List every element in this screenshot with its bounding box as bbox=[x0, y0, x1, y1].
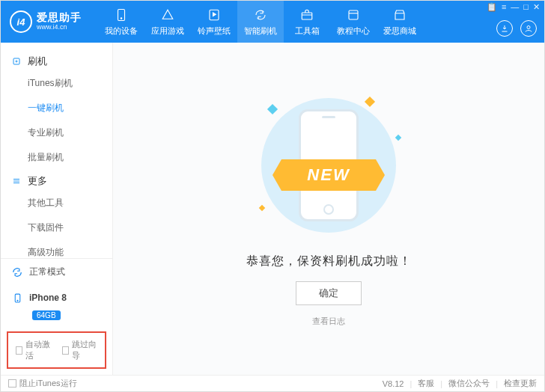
svg-rect-4 bbox=[349, 10, 358, 19]
topnav-label: 铃声壁纸 bbox=[198, 25, 231, 37]
block-itunes-checkbox[interactable]: 阻止iTunes运行 bbox=[8, 378, 77, 389]
device-row[interactable]: iPhone 8 bbox=[1, 285, 112, 310]
mode-label: 正常模式 bbox=[29, 266, 65, 278]
update-link[interactable]: 检查更新 bbox=[504, 378, 537, 389]
checkbox-icon bbox=[16, 346, 22, 355]
window-control[interactable]: — bbox=[511, 2, 519, 12]
sidebar-group[interactable]: 刷机 bbox=[1, 52, 112, 71]
topnav-refresh[interactable]: 智能刷机 bbox=[237, 1, 284, 43]
book-icon bbox=[346, 7, 361, 22]
menu-icon bbox=[11, 176, 22, 186]
svg-point-1 bbox=[121, 17, 122, 19]
toolbox-icon bbox=[299, 7, 314, 22]
svg-point-8 bbox=[16, 300, 17, 301]
topnav-apps[interactable]: 应用游戏 bbox=[144, 1, 191, 43]
view-log-link[interactable]: 查看日志 bbox=[312, 316, 345, 327]
window-control[interactable]: 📋 bbox=[487, 2, 497, 12]
account-buttons bbox=[496, 20, 537, 37]
sidebar-bottom: 正常模式 iPhone 8 64GB 自动激活跳过向导 bbox=[1, 258, 112, 375]
sidebar-item[interactable]: iTunes刷机 bbox=[1, 71, 112, 96]
sidebar-item[interactable]: 批量刷机 bbox=[1, 145, 112, 170]
success-message: 恭喜您，保资料刷机成功啦！ bbox=[246, 254, 412, 269]
plus-icon bbox=[11, 56, 22, 67]
sidebar-item[interactable]: 专业刷机 bbox=[1, 120, 112, 145]
titlebar: i4 爱思助手 www.i4.cn 我的设备应用游戏铃声壁纸智能刷机工具箱教程中… bbox=[1, 1, 544, 43]
svg-rect-3 bbox=[302, 13, 312, 19]
statusbar: 阻止iTunes运行 V8.12 | 客服 | 微信公众号 | 检查更新 bbox=[1, 375, 544, 391]
phone-icon bbox=[114, 7, 129, 22]
block-itunes-label: 阻止iTunes运行 bbox=[19, 378, 77, 389]
main-panel: NEW 恭喜您，保资料刷机成功啦！ 确定 查看日志 bbox=[113, 43, 544, 375]
apps-icon bbox=[160, 7, 175, 22]
app-brand: 爱思助手 bbox=[37, 12, 82, 23]
group-title: 更多 bbox=[28, 174, 47, 188]
top-nav: 我的设备应用游戏铃声壁纸智能刷机工具箱教程中心爱思商城 bbox=[98, 1, 423, 43]
window-control[interactable]: ≡ bbox=[502, 2, 506, 12]
topnav-store[interactable]: 爱思商城 bbox=[377, 1, 423, 43]
group-title: 刷机 bbox=[28, 55, 47, 68]
topnav-label: 爱思商城 bbox=[383, 25, 416, 37]
sidebar-item[interactable]: 下载固件 bbox=[1, 215, 112, 240]
checkbox-icon bbox=[62, 346, 69, 355]
success-illustration: NEW bbox=[246, 91, 411, 240]
phone-icon bbox=[11, 292, 23, 304]
topnav-toolbox[interactable]: 工具箱 bbox=[284, 1, 330, 43]
checkbox-label: 跳过向导 bbox=[72, 339, 97, 361]
option-checkbox[interactable]: 自动激活 bbox=[16, 339, 52, 361]
window-control[interactable]: ✕ bbox=[533, 2, 540, 12]
svg-point-5 bbox=[527, 26, 530, 29]
window-controls: 📋≡—□✕ bbox=[487, 2, 540, 12]
version-label: V8.12 bbox=[383, 379, 404, 388]
download-button[interactable] bbox=[496, 20, 513, 37]
option-checkbox[interactable]: 跳过向导 bbox=[62, 339, 98, 361]
wechat-link[interactable]: 微信公众号 bbox=[448, 378, 490, 389]
checkbox-label: 自动激活 bbox=[25, 339, 51, 361]
topnav-book[interactable]: 教程中心 bbox=[330, 1, 377, 43]
refresh-icon bbox=[11, 266, 23, 278]
support-link[interactable]: 客服 bbox=[418, 378, 434, 389]
sidebar: 刷机iTunes刷机一键刷机专业刷机批量刷机更多其他工具下载固件高级功能 正常模… bbox=[1, 43, 113, 375]
app-site: www.i4.cn bbox=[37, 24, 82, 31]
topnav-label: 我的设备 bbox=[105, 25, 138, 37]
new-ribbon: NEW bbox=[272, 159, 385, 191]
refresh-icon bbox=[253, 7, 268, 22]
sidebar-group[interactable]: 更多 bbox=[1, 171, 112, 191]
activation-checks: 自动激活跳过向导 bbox=[7, 331, 106, 369]
window-control[interactable]: □ bbox=[523, 2, 529, 12]
mode-row[interactable]: 正常模式 bbox=[1, 259, 112, 285]
storage-badge: 64GB bbox=[32, 310, 61, 320]
music-icon bbox=[207, 7, 222, 22]
topnav-label: 教程中心 bbox=[337, 25, 370, 37]
topnav-music[interactable]: 铃声壁纸 bbox=[191, 1, 237, 43]
logo-mark: i4 bbox=[10, 10, 32, 33]
app-logo: i4 爱思助手 www.i4.cn bbox=[10, 10, 98, 33]
store-icon bbox=[392, 7, 407, 22]
user-button[interactable] bbox=[520, 20, 537, 37]
sidebar-item[interactable]: 高级功能 bbox=[1, 240, 112, 258]
topnav-phone[interactable]: 我的设备 bbox=[98, 1, 144, 43]
topnav-label: 智能刷机 bbox=[244, 25, 277, 37]
device-name: iPhone 8 bbox=[29, 293, 67, 303]
topnav-label: 应用游戏 bbox=[151, 25, 184, 37]
sidebar-item[interactable]: 其他工具 bbox=[1, 191, 112, 215]
topnav-label: 工具箱 bbox=[295, 25, 320, 37]
ok-button[interactable]: 确定 bbox=[296, 281, 362, 305]
sidebar-item[interactable]: 一键刷机 bbox=[1, 96, 112, 120]
